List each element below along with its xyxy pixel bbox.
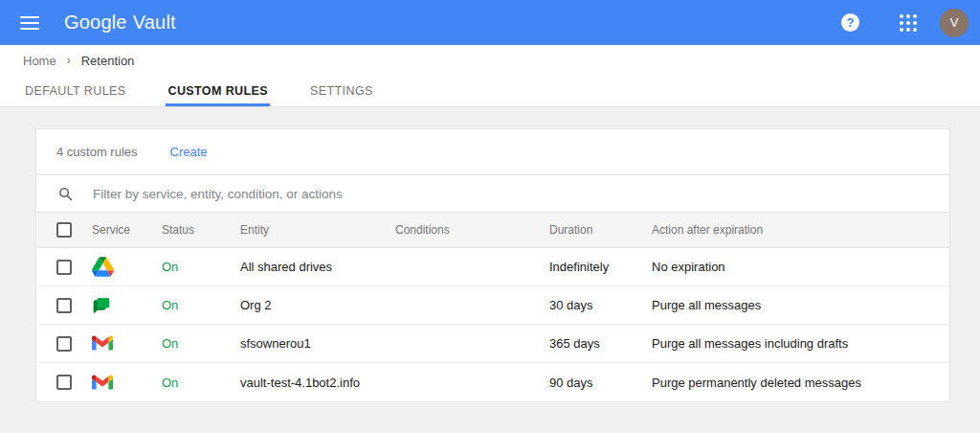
action-value: Purge permanently deleted messages: [652, 376, 949, 390]
entity-value: All shared drives: [240, 260, 395, 274]
status-value: On: [162, 260, 240, 274]
logo-product-text: Vault: [133, 11, 176, 34]
status-value: On: [162, 336, 240, 351]
breadcrumb-home[interactable]: Home: [23, 54, 56, 68]
column-header-entity: Entity: [240, 223, 395, 237]
breadcrumb: Home › Retention: [0, 45, 980, 76]
duration-value: 30 days: [549, 298, 652, 312]
table-row[interactable]: On All shared drives Indefinitely No exp…: [36, 248, 949, 286]
table-header-row: Service Status Entity Conditions Duratio…: [36, 212, 949, 248]
menu-icon[interactable]: [20, 16, 39, 30]
column-header-service: Service: [92, 223, 162, 237]
table-row[interactable]: On Org 2 30 days Purge all messages: [36, 286, 949, 325]
row-checkbox[interactable]: [56, 298, 72, 313]
filter-bar: [36, 174, 949, 212]
column-header-duration: Duration: [549, 223, 652, 237]
app-logo: Google Vault: [64, 11, 176, 34]
table-body: On All shared drives Indefinitely No exp…: [36, 248, 949, 401]
rules-header: 4 custom rules Create: [36, 129, 949, 174]
rules-count-label: 4 custom rules: [56, 145, 138, 159]
breadcrumb-current: Retention: [81, 54, 135, 68]
status-value: On: [162, 298, 240, 312]
appbar-actions: ? V: [841, 9, 969, 37]
entity-value: vault-test-4.1bot2.info: [240, 376, 395, 390]
duration-value: Indefinitely: [549, 260, 652, 274]
custom-rules-card: 4 custom rules Create Service Status Ent…: [35, 128, 950, 402]
entity-value: sfsownerou1: [240, 336, 395, 351]
column-header-conditions: Conditions: [395, 223, 549, 237]
chevron-right-icon: ›: [67, 54, 71, 67]
entity-value: Org 2: [240, 298, 395, 312]
row-checkbox[interactable]: [56, 336, 72, 352]
duration-value: 365 days: [549, 336, 652, 351]
table-row[interactable]: On vault-test-4.1bot2.info 90 days Purge…: [36, 363, 949, 401]
avatar[interactable]: V: [940, 9, 969, 37]
logo-google-text: Google: [64, 11, 127, 34]
apps-grid-icon[interactable]: [900, 14, 917, 32]
search-icon: [57, 186, 74, 202]
tab-settings[interactable]: SETTINGS: [308, 76, 375, 106]
row-checkbox[interactable]: [56, 375, 72, 390]
select-all-checkbox[interactable]: [56, 222, 72, 238]
tab-custom-rules[interactable]: CUSTOM RULES: [166, 76, 270, 106]
page-content: 4 custom rules Create Service Status Ent…: [0, 107, 980, 402]
help-icon[interactable]: ?: [841, 13, 859, 32]
action-value: Purge all messages including drafts: [652, 336, 949, 351]
duration-value: 90 days: [549, 376, 652, 390]
filter-input[interactable]: [93, 187, 949, 201]
status-value: On: [162, 376, 240, 390]
column-header-status: Status: [162, 223, 240, 237]
action-value: No expiration: [652, 260, 949, 274]
table-row[interactable]: On sfsownerou1 365 days Purge all messag…: [36, 325, 949, 363]
app-bar: Google Vault ? V: [0, 0, 980, 45]
create-rule-button[interactable]: Create: [170, 145, 208, 159]
tab-default-rules[interactable]: DEFAULT RULES: [23, 76, 127, 106]
gmail-icon: [92, 335, 113, 352]
gmail-icon: [92, 375, 113, 391]
column-header-action: Action after expiration: [652, 223, 949, 237]
tab-bar: DEFAULT RULES CUSTOM RULES SETTINGS: [0, 76, 980, 107]
action-value: Purge all messages: [652, 298, 949, 312]
row-checkbox[interactable]: [56, 260, 72, 275]
google-drive-icon: [92, 257, 114, 277]
google-chat-icon: [92, 296, 111, 315]
